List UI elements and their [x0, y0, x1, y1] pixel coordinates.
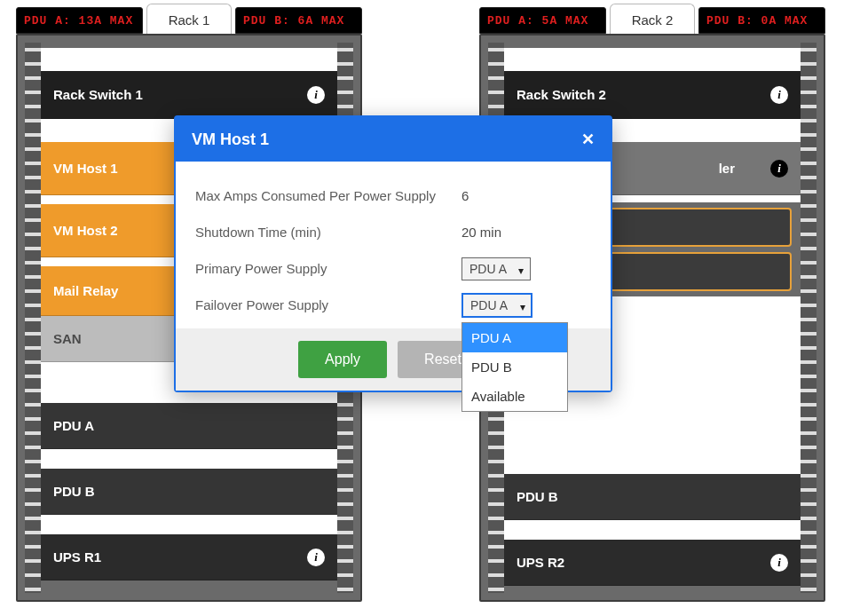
- dropdown-option-pdu-a[interactable]: PDU A: [462, 323, 567, 352]
- blank-unit: [504, 520, 801, 540]
- primary-power-label: Primary Power Supply: [195, 261, 461, 276]
- pdu-a-display: PDU A: 5A MAX: [479, 7, 606, 34]
- unit-label: Mail Relay: [53, 283, 118, 298]
- dropdown-option-available[interactable]: Available: [462, 382, 567, 411]
- dropdown-option-pdu-b[interactable]: PDU B: [462, 352, 567, 382]
- shutdown-time-label: Shutdown Time (min): [195, 225, 461, 240]
- info-icon[interactable]: i: [770, 86, 788, 104]
- unit-label: Rack Switch 2: [517, 87, 606, 102]
- unit-label: VM Host 1: [53, 161, 118, 176]
- rack-tab[interactable]: Rack 2: [610, 4, 695, 36]
- shutdown-time-value: 20 min: [461, 225, 591, 240]
- unit-label: UPS R1: [53, 549, 101, 565]
- pdu-a-unit[interactable]: PDU A: [41, 403, 337, 449]
- apply-button[interactable]: Apply: [298, 341, 387, 378]
- close-icon[interactable]: ✕: [581, 130, 595, 149]
- ups-unit[interactable]: UPS R1 i: [41, 534, 337, 580]
- failover-power-label: Failover Power Supply: [195, 297, 461, 312]
- info-icon[interactable]: i: [307, 549, 325, 566]
- unit-label: ler: [719, 161, 735, 176]
- blank-unit: [41, 48, 337, 71]
- info-icon[interactable]: i: [770, 554, 788, 572]
- unit-label: VM Host 2: [53, 223, 118, 238]
- max-amps-value: 6: [461, 188, 591, 203]
- pdu-b-unit[interactable]: PDU B: [41, 469, 337, 515]
- rack-switch-unit[interactable]: Rack Switch 1 i: [41, 71, 337, 119]
- unit-label: PDU B: [53, 484, 95, 499]
- info-icon[interactable]: i: [307, 86, 325, 104]
- primary-power-select[interactable]: PDU A: [461, 257, 531, 280]
- failover-dropdown: PDU A PDU B Available: [461, 322, 568, 412]
- unit-label: Rack Switch 1: [53, 87, 143, 102]
- blank-unit: [41, 515, 337, 534]
- pdu-b-display: PDU B: 0A MAX: [698, 7, 825, 34]
- device-config-modal: VM Host 1 ✕ Max Amps Consumed Per Power …: [174, 115, 612, 392]
- max-amps-label: Max Amps Consumed Per Power Supply: [195, 188, 461, 203]
- unit-label: PDU B: [517, 489, 558, 504]
- unit-label: UPS R2: [517, 555, 564, 570]
- rack-tab[interactable]: Rack 1: [146, 4, 232, 36]
- pdu-a-display: PDU A: 13A MAX: [16, 7, 143, 34]
- ups-unit[interactable]: UPS R2 i: [504, 540, 801, 586]
- modal-title: VM Host 1: [192, 130, 269, 149]
- blank-unit: [41, 449, 337, 469]
- pdu-b-unit[interactable]: PDU B: [504, 474, 801, 520]
- blank-unit: [504, 48, 801, 71]
- failover-power-select[interactable]: PDU A: [461, 293, 532, 318]
- unit-label: SAN: [53, 331, 82, 346]
- unit-label: PDU A: [53, 418, 94, 433]
- rack-switch-unit[interactable]: Rack Switch 2 i: [504, 71, 801, 119]
- info-icon[interactable]: i: [770, 160, 788, 178]
- pdu-b-display: PDU B: 6A MAX: [235, 7, 362, 34]
- modal-header: VM Host 1 ✕: [176, 117, 611, 162]
